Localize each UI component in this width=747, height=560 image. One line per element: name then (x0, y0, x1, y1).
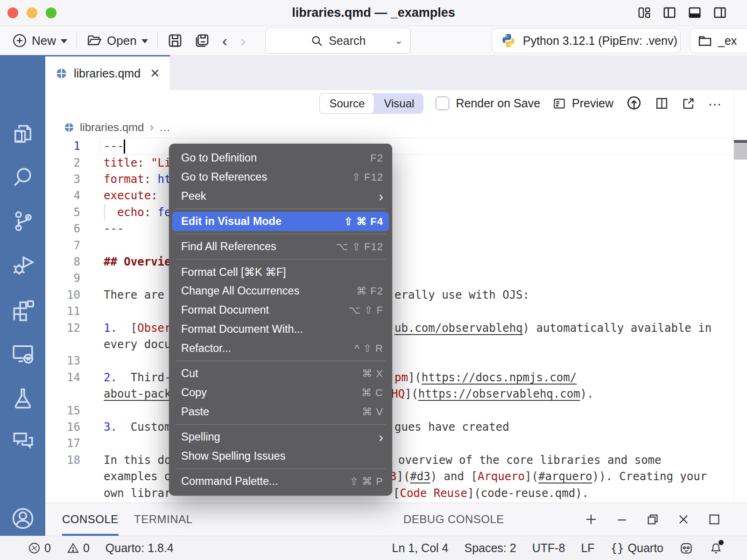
menu-item-label: Format Cell [⌘K ⌘F] (181, 266, 286, 279)
menu-item-shortcut: ⌘ C (361, 387, 383, 399)
menu-item-label: Go to References (181, 171, 267, 183)
status-item-encoding[interactable]: UTF-8 (532, 541, 565, 555)
menu-item-refactor[interactable]: Refactor...^ ⇧ R (169, 339, 392, 358)
panel-tab-console[interactable]: CONSOLE (62, 503, 119, 536)
code-line: 142. Third-pm](https://docs.npmjs.com/ (45, 369, 747, 386)
status-item-eol[interactable]: LF (581, 541, 594, 555)
braces-icon: {} (611, 542, 624, 555)
code-token: : (144, 206, 158, 219)
editor-scrollbar[interactable] (734, 140, 747, 160)
menu-item-find-all-references[interactable]: Find All References⌥ ⇧ F12 (169, 237, 392, 256)
code-token: 3. (104, 420, 117, 434)
menu-item-copy[interactable]: Copy⌘ C (169, 383, 392, 402)
status-item-notifications[interactable] (709, 541, 723, 555)
code-token: ## Overvie (104, 255, 171, 268)
menu-separator (176, 469, 386, 469)
menu-item-shortcut: ⌥ ⇧ F12 (336, 241, 383, 253)
code-token: ) and [ (430, 470, 478, 483)
code-line: 17 (45, 435, 747, 452)
panel-tab-terminal[interactable]: TERMINAL (134, 503, 192, 536)
line-number: 11 (51, 303, 80, 320)
code-token: 1. (104, 322, 117, 335)
panel-tab-debug-console[interactable]: DEBUG CONSOLE (403, 503, 504, 536)
menu-item-shortcut: ⌘ X (362, 368, 383, 380)
add-console-icon[interactable] (584, 512, 598, 526)
comments-icon[interactable] (0, 427, 45, 454)
restore-panel-icon[interactable] (646, 512, 660, 526)
menu-item-shortcut: ⌥ ⇧ F (349, 304, 383, 316)
menu-item-label: Format Document With... (181, 323, 303, 336)
search-sidebar-icon[interactable] (0, 164, 45, 190)
code-token: ub.com/observablehq (395, 322, 523, 335)
code-line: 1--- (45, 138, 747, 154)
code-line: every docu (45, 336, 747, 353)
menu-item-cut[interactable]: Cut⌘ X (169, 364, 392, 383)
status-item-feedback[interactable] (679, 541, 693, 555)
notification-badge (719, 540, 724, 545)
status-item-indentation[interactable]: Spaces: 2 (464, 541, 516, 555)
menu-separator (176, 234, 386, 234)
menu-item-command-palette[interactable]: Command Palette...⇧ ⌘ P (169, 472, 392, 491)
maximize-panel-icon[interactable] (707, 512, 721, 526)
code-token: 2. (104, 371, 117, 384)
code-token: --- (104, 222, 124, 235)
code-token: erally use with OJS: (395, 288, 529, 301)
code-token: about-pack (104, 387, 171, 400)
code-token: https://observablehq.com (418, 387, 580, 400)
menu-item-shortcut: ⌘ F2 (356, 285, 383, 297)
menu-item-label: Show Spelling Issues (181, 450, 285, 462)
code-editor[interactable]: 1---2title: "Li3format: ht4execute:5 ech… (45, 0, 747, 503)
menu-item-format-document-with[interactable]: Format Document With... (169, 320, 392, 339)
code-token: --- (104, 140, 124, 153)
status-item-text: LF (581, 541, 594, 555)
menu-item-change-all-occurrences[interactable]: Change All Occurrences⌘ F2 (169, 281, 392, 301)
code-token: : (151, 189, 157, 202)
close-panel-icon[interactable] (677, 512, 691, 526)
activity-bar (0, 55, 45, 536)
menu-item-peek[interactable]: Peek› (169, 187, 392, 206)
account-icon[interactable] (0, 505, 45, 532)
status-item-warnings-count[interactable]: 0 (67, 541, 90, 555)
status-item-text: Quarto: 1.8.4 (106, 541, 174, 555)
menu-item-format-cell-k-f[interactable]: Format Cell [⌘K ⌘F] (169, 262, 392, 281)
status-item-errors-count[interactable]: 0 (28, 541, 51, 555)
menu-item-label: Command Palette... (181, 475, 278, 488)
code-token: examples o (104, 470, 171, 483)
menu-item-spelling[interactable]: Spelling› (169, 427, 392, 447)
line-number: 6 (51, 220, 80, 237)
code-token: ]( (525, 470, 538, 483)
code-token: [ (117, 322, 137, 335)
code-token: pm (395, 371, 408, 384)
menu-item-paste[interactable]: Paste⌘ V (169, 402, 392, 421)
status-item-quarto-version[interactable]: Quarto: 1.8.4 (106, 541, 174, 555)
code-token: ) automatically available in (523, 322, 712, 335)
status-item-text: UTF-8 (532, 541, 565, 555)
sessions-icon[interactable] (0, 341, 45, 367)
status-item-cursor-position[interactable]: Ln 1, Col 4 (392, 541, 449, 555)
menu-item-label: Find All References (181, 240, 276, 253)
code-token: )). Creating your (592, 470, 707, 483)
code-token: #d3 (410, 470, 430, 483)
code-line: 2title: "Li (45, 154, 747, 171)
menu-item-format-document[interactable]: Format Document⌥ ⇧ F (169, 301, 392, 320)
menu-item-edit-in-visual-mode[interactable]: Edit in Visual Mode⇧ ⌘ F4 (172, 212, 389, 231)
testing-icon[interactable] (0, 385, 45, 411)
minimize-panel-icon[interactable] (615, 512, 629, 526)
menu-item-shortcut: F2 (370, 152, 383, 164)
menu-item-label: Cut (181, 367, 198, 380)
bottom-panel-header: CONSOLETERMINALDEBUG CONSOLE (45, 503, 747, 536)
source-control-icon[interactable] (0, 208, 45, 234)
extensions-icon[interactable] (0, 297, 45, 323)
status-item-language-mode[interactable]: {}Quarto (611, 541, 663, 555)
menu-item-shortcut: ⇧ ⌘ P (350, 476, 383, 488)
menu-item-go-to-definition[interactable]: Go to DefinitionF2 (169, 148, 392, 168)
code-token: #arquero (538, 470, 592, 483)
menu-item-show-spelling-issues[interactable]: Show Spelling Issues (169, 447, 392, 466)
line-number: 7 (51, 237, 80, 254)
menu-item-go-to-references[interactable]: Go to References⇧ F12 (169, 168, 392, 187)
code-token: execute (104, 189, 151, 202)
code-token: ]( (405, 387, 418, 400)
run-debug-icon[interactable] (0, 252, 45, 279)
line-number: 15 (51, 402, 80, 419)
explorer-icon[interactable] (0, 120, 45, 147)
